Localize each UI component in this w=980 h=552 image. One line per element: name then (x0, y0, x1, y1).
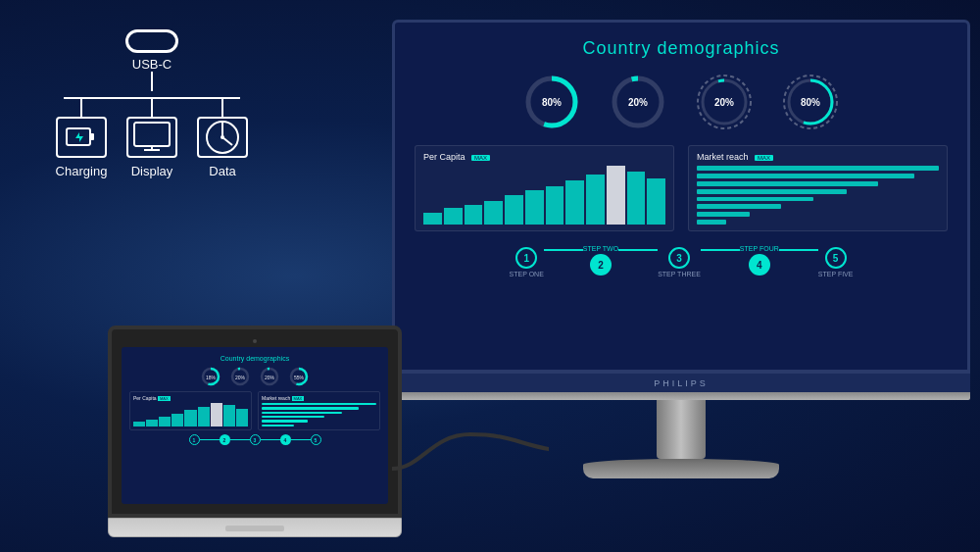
mini-per-capita: Per Capita MAX (129, 391, 252, 430)
monitor-container: Country demographics 80% 20% (392, 20, 970, 478)
svg-text:55%: 55% (294, 375, 305, 380)
charging-label: Charging (56, 164, 108, 178)
mini-step-line-1 (200, 439, 220, 440)
step-2-top-label: STEP TWO (583, 245, 618, 252)
philips-brand: PHILIPS (654, 378, 709, 388)
mini-step-line-4 (291, 439, 311, 440)
mini-steps-row: 1 2 3 4 5 (129, 434, 380, 445)
step-5-circle: 5 (825, 247, 847, 269)
market-reach-bars (697, 166, 939, 225)
market-reach-chart: Market reach MAX (688, 145, 948, 231)
mini-hbar-6 (262, 425, 294, 427)
mini-bar-9 (236, 409, 248, 427)
bar-4 (484, 201, 503, 225)
bar-1 (423, 213, 442, 225)
step-line-3 (701, 249, 740, 251)
mini-step-1-circle: 1 (189, 434, 200, 445)
step-1-label: STEP ONE (510, 271, 544, 277)
mini-donut-row: 18% 20% 20% (129, 366, 380, 387)
step-5: 5 STEP FIVE (818, 245, 854, 277)
bar-2 (444, 208, 463, 225)
bar-7 (546, 186, 564, 225)
mini-donut-3: 20% (259, 366, 280, 387)
hbar-1 (697, 166, 939, 171)
mini-bar-7 (211, 403, 222, 427)
per-capita-title: Per Capita MAX (423, 152, 665, 162)
mini-step-2: 2 (220, 434, 230, 445)
hbar-8 (697, 220, 726, 225)
bar-5 (505, 195, 523, 225)
mini-bar-4 (172, 414, 183, 427)
step-3-label: STEP THREE (658, 271, 701, 277)
market-reach-title: Market reach MAX (697, 152, 939, 162)
svg-line-9 (222, 137, 232, 145)
laptop-screen-bezel: Country demographics 18% 20% (108, 326, 402, 518)
step-1: 1 STEP ONE (510, 245, 544, 277)
step-line-4 (779, 249, 818, 251)
step-2: STEP TWO 2 (583, 245, 618, 277)
mini-step-3-circle: 3 (250, 434, 261, 445)
monitor-screen: Country demographics 80% 20% (392, 20, 970, 373)
branch-line-display (151, 97, 153, 117)
mini-market-reach-title: Market reach MAX (262, 395, 376, 401)
mini-step-4-circle: 4 (280, 434, 291, 445)
step-line-2 (618, 249, 658, 251)
mini-step-line-2 (230, 439, 250, 440)
usbc-branch: Charging Display (44, 97, 260, 178)
svg-marker-2 (75, 132, 83, 142)
bar-6 (525, 190, 544, 225)
mini-hbar-4 (262, 416, 324, 418)
mini-step-1: 1 (189, 434, 200, 445)
svg-text:20%: 20% (235, 375, 246, 380)
mini-hbar-2 (262, 407, 359, 409)
bar-12 (647, 178, 665, 225)
hbar-5 (697, 197, 813, 202)
monitor-stand-top (392, 392, 970, 400)
branch-data: Data (187, 97, 258, 178)
step-4: STEP FOUR 4 (740, 245, 779, 277)
branch-line-data (221, 97, 223, 117)
step-5-label: STEP FIVE (818, 271, 854, 277)
donut-4: 80% (781, 73, 840, 131)
mini-hbar-3 (262, 412, 342, 414)
mini-dash-title: Country demographics (129, 355, 380, 362)
step-line-1 (544, 249, 583, 251)
hbar-7 (697, 212, 750, 217)
mini-step-line-3 (261, 439, 280, 440)
charging-icon (56, 117, 107, 158)
donut-row: 80% 20% 20% (415, 73, 948, 131)
monitor-base (583, 459, 779, 478)
data-label: Data (209, 164, 235, 178)
bar-8 (565, 180, 584, 225)
hbar-2 (697, 174, 914, 178)
bar-10 (607, 166, 625, 225)
per-capita-chart: Per Capita MAX (415, 145, 674, 231)
mini-hbar-5 (262, 420, 308, 422)
laptop-camera (253, 339, 257, 343)
mini-donut-2: 20% (229, 366, 251, 387)
mini-bar-2 (146, 420, 158, 427)
mini-charts-row: Per Capita MAX Market reach MAX (129, 391, 380, 430)
branch-line-charging (80, 97, 82, 117)
mini-step-5-circle: 5 (311, 434, 321, 445)
dashboard-title: Country demographics (415, 38, 948, 59)
charts-row: Per Capita MAX (415, 145, 948, 231)
donut-1: 80% (522, 73, 581, 131)
mini-bar-8 (223, 405, 235, 427)
mini-bar-3 (159, 417, 171, 427)
usbc-diagram: USB-C Charging (29, 29, 274, 178)
svg-text:18%: 18% (206, 375, 217, 380)
bar-11 (627, 172, 646, 225)
usbc-line-vertical (151, 72, 153, 91)
svg-text:20%: 20% (265, 375, 275, 380)
donut-2-label: 20% (628, 97, 648, 108)
monitor-neck (657, 400, 706, 459)
donut-3: 20% (695, 73, 754, 131)
step-2-circle: 2 (590, 254, 612, 276)
data-icon (197, 117, 248, 158)
step-4-circle: 4 (749, 254, 770, 276)
mini-hbars (262, 403, 376, 427)
monitor-bottom-bar: PHILIPS (392, 373, 970, 392)
usbc-label: USB-C (132, 57, 172, 72)
mini-bars (133, 403, 248, 427)
